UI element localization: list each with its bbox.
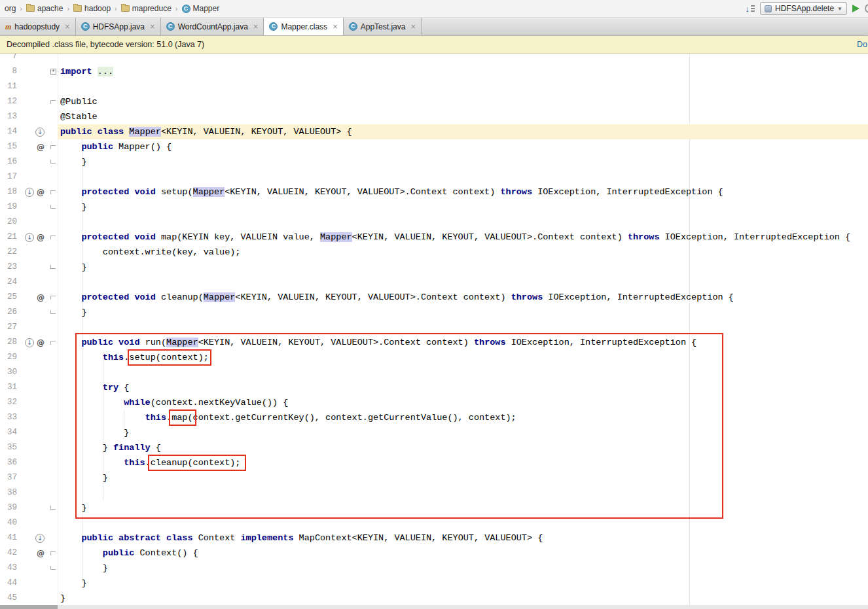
fold-marker[interactable] <box>50 551 56 555</box>
overridden-icon[interactable]: ↓ <box>25 188 34 197</box>
code-line[interactable]: 24 <box>0 275 868 290</box>
code-line[interactable]: 17 <box>0 169 868 184</box>
horizontal-scrollbar-thumb[interactable] <box>0 605 58 609</box>
tab-Mapper.class[interactable]: CMapper.class× <box>264 18 343 35</box>
tab-WordCountApp.java[interactable]: CWordCountApp.java× <box>161 18 264 35</box>
overridden-icon[interactable]: ↓ <box>25 233 34 242</box>
code-line[interactable]: 16 } <box>0 154 868 169</box>
tab-HDFSApp.java[interactable]: CHDFSApp.java× <box>76 18 161 35</box>
annotation-icon[interactable]: @ <box>37 188 45 197</box>
gutter: 24 <box>0 275 58 290</box>
code-line[interactable]: 37 } <box>0 470 868 485</box>
code-line[interactable]: 23 } <box>0 260 868 275</box>
breadcrumb-item-Mapper[interactable]: CMapper <box>181 3 221 14</box>
code-line[interactable]: 12@Public <box>0 94 868 109</box>
gutter: 42@ <box>0 546 58 561</box>
code-line[interactable]: 32 while(context.nextKeyValue()) { <box>0 395 868 410</box>
code-text: public Mapper() { <box>58 139 868 154</box>
close-icon[interactable]: × <box>253 22 259 31</box>
code-line[interactable]: 45} <box>0 591 868 606</box>
code-line[interactable]: 40 <box>0 515 868 531</box>
tab-hadoopstudy[interactable]: mhadoopstudy× <box>0 18 76 35</box>
breadcrumb-item-org[interactable]: org <box>3 3 17 14</box>
line-number: 27 <box>0 320 17 335</box>
fold-marker[interactable] <box>50 566 56 570</box>
code-line[interactable]: 36 this.cleanup(context); <box>0 455 868 470</box>
breadcrumb-item-hadoop[interactable]: hadoop <box>72 3 112 14</box>
banner-link[interactable]: Do <box>857 40 867 49</box>
line-number: 35 <box>0 440 17 455</box>
fold-marker[interactable] <box>50 296 56 300</box>
code-line[interactable]: 8+import ... <box>0 64 868 79</box>
close-icon[interactable]: × <box>65 22 70 31</box>
code-text: } <box>58 470 868 485</box>
fold-marker[interactable] <box>50 190 56 194</box>
code-line[interactable]: 25@ protected void cleanup(Mapper<KEYIN,… <box>0 290 868 305</box>
code-line[interactable]: 27 <box>0 320 868 335</box>
navbar-right-toolbar: ↓ HDFSApp.delete ▼ <box>746 2 868 15</box>
code-line[interactable]: 35 } finally { <box>0 440 868 455</box>
overridden-icon[interactable]: ↓ <box>35 534 45 543</box>
code-line[interactable]: 28↓@ public void run(Mapper<KEYIN, VALUE… <box>0 335 868 350</box>
line-number: 38 <box>0 485 17 500</box>
code-line[interactable]: 33 this.map(context.getCurrentKey(), con… <box>0 410 868 425</box>
close-icon[interactable]: × <box>333 22 338 31</box>
code-text: public class Mapper<KEYIN, VALUEIN, KEYO… <box>58 124 868 139</box>
line-number: 43 <box>0 561 17 576</box>
code-line[interactable]: 43 } <box>0 561 868 576</box>
code-line[interactable]: 11 <box>0 79 868 94</box>
code-text: } finally { <box>58 440 868 455</box>
gutter: 22 <box>0 245 58 260</box>
annotation-icon[interactable]: @ <box>37 233 45 242</box>
fold-marker[interactable] <box>50 341 56 345</box>
code-text <box>58 169 868 184</box>
code-editor[interactable]: 78+import ...1112@Public13@Stable14↓publ… <box>0 54 868 609</box>
run-button[interactable] <box>852 5 859 12</box>
overridden-icon[interactable]: ↓ <box>35 128 45 137</box>
fold-marker[interactable]: + <box>50 69 56 75</box>
horizontal-scrollbar[interactable] <box>0 605 868 609</box>
run-configuration-select[interactable]: HDFSApp.delete ▼ <box>760 2 847 15</box>
tab-AppTest.java[interactable]: CAppTest.java× <box>344 18 422 35</box>
fold-marker[interactable] <box>50 235 56 239</box>
code-line[interactable]: 18↓@ protected void setup(Mapper<KEYIN, … <box>0 184 868 200</box>
lines-glyph <box>751 5 755 12</box>
fold-marker[interactable] <box>50 100 56 104</box>
code-line[interactable]: 14↓public class Mapper<KEYIN, VALUEIN, K… <box>0 124 868 139</box>
breadcrumb-item-mapreduce[interactable]: mapreduce <box>120 3 173 14</box>
close-icon[interactable]: × <box>410 22 416 31</box>
fold-marker[interactable] <box>50 265 56 269</box>
annotation-icon[interactable]: @ <box>37 143 45 152</box>
partial-toolbar-icon[interactable] <box>865 4 868 13</box>
code-line[interactable]: 21↓@ protected void map(KEYIN key, VALUE… <box>0 230 868 245</box>
annotation-icon[interactable]: @ <box>37 293 45 302</box>
code-line[interactable]: 42@ public Context() { <box>0 546 868 561</box>
overridden-icon[interactable]: ↓ <box>25 338 34 347</box>
close-icon[interactable]: × <box>150 22 155 31</box>
code-line[interactable]: 20 <box>0 215 868 230</box>
annotation-icon[interactable]: @ <box>37 338 45 347</box>
code-line[interactable]: 31 try { <box>0 380 868 395</box>
code-line[interactable]: 7 <box>0 54 868 64</box>
fold-marker[interactable] <box>50 160 56 164</box>
code-line[interactable]: 19 } <box>0 200 868 215</box>
code-line[interactable]: 26 } <box>0 305 868 320</box>
code-line[interactable]: 15@ public Mapper() { <box>0 139 868 154</box>
breadcrumb-item-apache[interactable]: apache <box>25 3 64 14</box>
annotation-icon[interactable]: @ <box>37 549 45 558</box>
code-line[interactable]: 38 <box>0 485 868 500</box>
code-line[interactable]: 34 } <box>0 425 868 440</box>
gutter: 11 <box>0 79 58 94</box>
fold-marker[interactable] <box>50 310 56 314</box>
code-line[interactable]: 22 context.write(key, value); <box>0 245 868 260</box>
code-line[interactable]: 29 this.setup(context); <box>0 350 868 365</box>
code-line[interactable]: 44 } <box>0 576 868 591</box>
fold-marker[interactable] <box>50 506 56 510</box>
fold-marker[interactable] <box>50 145 56 149</box>
sort-lines-icon[interactable]: ↓ <box>746 5 755 13</box>
fold-marker[interactable] <box>50 205 56 209</box>
code-line[interactable]: 13@Stable <box>0 109 868 124</box>
code-line[interactable]: 39 } <box>0 500 868 515</box>
code-line[interactable]: 30 <box>0 365 868 380</box>
code-line[interactable]: 41↓ public abstract class Context implem… <box>0 531 868 546</box>
